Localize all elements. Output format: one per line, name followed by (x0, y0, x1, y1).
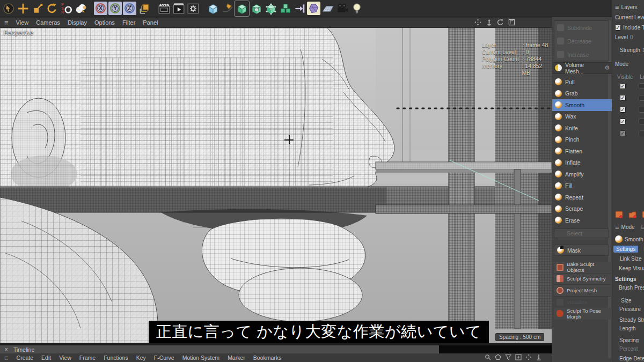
menu-panel[interactable]: Panel (143, 19, 158, 26)
keep-visual-row[interactable]: Keep Visua (619, 265, 644, 271)
sculpt-to-pose-morph[interactable]: Sculpt To Pose Morph (554, 308, 611, 320)
tl-menu-create[interactable]: Create (17, 354, 34, 361)
tl-menu-edit[interactable]: Edit (41, 354, 51, 361)
tool-fill[interactable]: Fill (552, 180, 612, 192)
param-spacing[interactable]: Spacing (619, 337, 639, 343)
dolly-view-icon[interactable] (486, 19, 493, 27)
live-selection-icon[interactable] (1, 1, 16, 16)
tl-menu-view[interactable]: View (59, 354, 71, 361)
tool-knife[interactable]: Knife (552, 122, 612, 134)
tool-scrape[interactable]: Scrape (552, 203, 612, 215)
floor-object-icon[interactable] (320, 1, 335, 16)
param-steady-stroke[interactable]: Steady Stro (619, 317, 644, 323)
layer-row-1[interactable]: ✓ (620, 83, 644, 89)
menu-display[interactable]: Display (68, 19, 87, 26)
project-mesh[interactable]: Project Mesh (554, 285, 611, 297)
axis-z-lock-icon[interactable]: Z (123, 2, 136, 15)
menu-cameras[interactable]: Cameras (36, 19, 60, 26)
link-size-row[interactable]: Link Size (620, 256, 644, 262)
tool-smooth[interactable]: Smooth (552, 99, 612, 111)
volume-mesh-gear-icon[interactable]: ⚙ (604, 64, 610, 71)
tool-mask[interactable]: Mask (554, 245, 609, 256)
scale-tool-icon[interactable] (30, 1, 45, 16)
spline-pen-icon[interactable] (220, 1, 235, 16)
param-pressure[interactable]: Pressure (619, 306, 641, 312)
snap-toggle-icon[interactable] (292, 1, 307, 16)
edit-mesh-mode-icon[interactable] (235, 1, 249, 16)
volume-mesh-item[interactable]: Volume Mesh... ⚙ (552, 62, 612, 74)
tl-menu-functions[interactable]: Functions (104, 354, 128, 361)
bake-sculpt-objects[interactable]: Bake Sculpt Objects (554, 262, 611, 274)
viewport-menu-icon[interactable]: ≡ (4, 19, 9, 26)
filter-icon[interactable] (505, 354, 511, 361)
tl-menu-frame[interactable]: Frame (79, 354, 96, 361)
menu-view[interactable]: View (16, 19, 29, 26)
add-keyframe-icon[interactable] (515, 354, 522, 361)
polygon-mode-icon[interactable] (249, 1, 264, 16)
light-object-icon[interactable] (349, 1, 364, 16)
tl-menu-fcurve[interactable]: F-Curve (154, 354, 174, 361)
pin-icon[interactable] (536, 354, 542, 361)
tab-settings[interactable]: Settings (613, 246, 638, 253)
tool-inflate[interactable]: Inflate (552, 157, 612, 169)
psr-record-icon[interactable]: PSR (59, 1, 74, 16)
array-cubes-icon[interactable] (278, 1, 292, 16)
tl-menu-motion-system[interactable]: Motion System (182, 354, 219, 361)
viewport-3d[interactable]: Perspective Layer: frame 48 Current Leve… (0, 28, 552, 343)
tool-erase[interactable]: Erase (552, 215, 612, 226)
viewport-menubar: ≡ View Cameras Display Options Filter Pa… (0, 18, 552, 28)
add-folder-icon[interactable] (628, 211, 638, 220)
tool-repeat[interactable]: Repeat (552, 191, 612, 203)
move-keys-icon[interactable] (525, 354, 532, 361)
add-item-icon[interactable] (642, 211, 644, 220)
camera-object-icon[interactable] (335, 1, 349, 16)
tl-menu-marker[interactable]: Marker (228, 354, 245, 361)
layer-row-5[interactable]: ✓ (620, 130, 644, 136)
tool-pull[interactable]: Pull (552, 76, 612, 88)
include-top-row[interactable]: ✓ Include Top (615, 25, 644, 31)
axis-y-lock-icon[interactable]: Y (108, 2, 122, 15)
point-mode-icon[interactable] (264, 1, 278, 16)
rotate-view-icon[interactable] (497, 19, 504, 27)
param-size[interactable]: Size (621, 298, 631, 304)
layers-menu-icon[interactable]: ≡ (615, 4, 619, 11)
move-tool-icon[interactable] (16, 1, 30, 16)
param-edge-detection[interactable]: Edge Detec (619, 356, 644, 361)
render-view-icon[interactable] (157, 1, 171, 16)
menu-options[interactable]: Options (94, 19, 115, 26)
tl-menu-key[interactable]: Key (136, 354, 146, 361)
tool-grab[interactable]: Grab (552, 88, 612, 100)
brush-preset-row[interactable]: Brush Preset (619, 285, 644, 291)
param-length[interactable]: Length (619, 326, 636, 331)
timeline-menu-icon[interactable]: ≡ (4, 354, 9, 361)
tool-wax[interactable]: Wax (552, 111, 612, 123)
timeline-close-icon[interactable]: × (4, 346, 8, 353)
maximize-view-icon[interactable] (508, 19, 515, 27)
tool-pinch[interactable]: Pinch (552, 134, 612, 146)
render-picture-viewer-icon[interactable] (171, 1, 186, 16)
sculpt-mode-icon[interactable] (307, 2, 320, 15)
rotate-tool-icon[interactable] (45, 1, 59, 16)
key-magnifier-icon[interactable] (485, 354, 491, 361)
pan-view-icon[interactable] (474, 19, 481, 27)
layer-row-3[interactable]: ✓ (620, 107, 644, 113)
axis-x-lock-icon[interactable]: X (94, 2, 107, 15)
render-settings-icon[interactable] (186, 1, 200, 16)
mode-menu-icon[interactable]: ≡ (615, 224, 619, 231)
tool-amplify[interactable]: Amplify (552, 168, 612, 180)
layer-row-2[interactable]: ✓ (620, 95, 644, 101)
layers-header[interactable]: ≡ Layers T (615, 4, 644, 11)
menu-filter[interactable]: Filter (122, 19, 135, 26)
mode2-row[interactable]: ≡ Mode E (615, 224, 644, 231)
polygon-marker-icon[interactable] (495, 354, 501, 361)
model-mode-icon[interactable] (206, 1, 220, 16)
sculpt-symmetry[interactable]: Sculpt Symmetry (554, 274, 611, 285)
add-layer-icon[interactable] (615, 211, 624, 220)
layer-row-4[interactable]: ✓ (620, 119, 644, 124)
tool-flatten[interactable]: Flatten (552, 145, 612, 157)
simulate-brush-icon[interactable] (74, 1, 88, 16)
tl-menu-bookmarks[interactable]: Bookmarks (253, 354, 282, 361)
coordinate-system-icon[interactable] (137, 1, 151, 16)
include-top-checkbox[interactable]: ✓ (615, 25, 621, 31)
svg-text:R: R (61, 10, 64, 14)
